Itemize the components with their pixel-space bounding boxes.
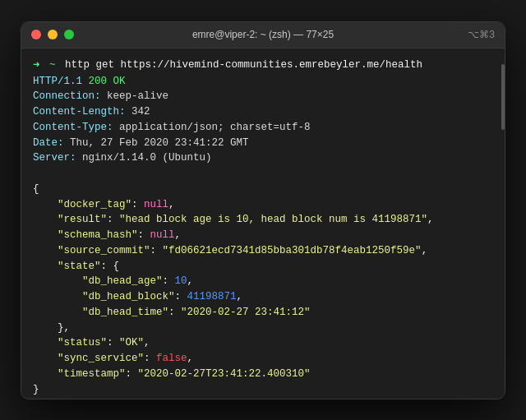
json-db-head-time: "db_head_time": "2020-02-27 23:41:12" [33,305,493,321]
traffic-lights [31,30,74,39]
header-connection: Connection: keep-alive [33,89,493,104]
json-state-close: }, [33,321,493,336]
http-version: HTTP/1.1 [33,74,89,90]
prompt-tilde: ~ [43,58,62,73]
blank-line [33,166,493,182]
json-state-open: "state": { [33,259,493,275]
http-status: 200 OK [89,74,126,90]
json-close-brace: } [33,382,493,398]
terminal-body[interactable]: ➜ ~ http get https://hivemind-communitie… [21,48,505,399]
http-status-line: HTTP/1.1 200 OK [33,74,493,90]
window-title: emre@viper-2: ~ (zsh) — 77×25 [192,29,334,40]
json-db-head-age: "db_head_age": 10, [33,274,493,289]
terminal-window: emre@viper-2: ~ (zsh) — 77×25 ⌥⌘3 ➜ ~ ht… [21,21,505,399]
header-server: Server: nginx/1.14.0 (Ubuntu) [33,150,493,166]
header-date: Date: Thu, 27 Feb 2020 23:41:22 GMT [33,136,493,151]
header-content-type: Content-Type: application/json; charset=… [33,120,493,136]
command-text: http get https://hivemind-communities.em… [65,58,422,73]
maximize-button[interactable] [64,30,74,39]
shortcut-label: ⌥⌘3 [468,29,495,40]
prompt-arrow: ➜ [33,57,39,74]
json-timestamp: "timestamp": "2020-02-27T23:41:22.400310… [33,367,493,382]
scrollbar-track[interactable] [501,48,505,399]
titlebar: emre@viper-2: ~ (zsh) — 77×25 ⌥⌘3 [21,22,505,48]
json-source-commit: "source_commit": "fd06621ecd7341d85bba30… [33,243,493,259]
minimize-button[interactable] [48,30,58,39]
json-sync-service: "sync_service": false, [33,351,493,367]
json-schema-hash: "schema_hash": null, [33,228,493,243]
blank-line-2 [33,397,493,398]
header-content-length: Content-Length: 342 [33,104,493,120]
close-button[interactable] [31,30,41,39]
scrollbar-thumb[interactable] [501,64,505,130]
json-db-head-block: "db_head_block": 41198871, [33,289,493,305]
json-status: "status": "OK", [33,335,493,351]
json-open-brace: { [33,182,493,197]
command-line: ➜ ~ http get https://hivemind-communitie… [33,57,493,74]
json-docker-tag: "docker_tag": null, [33,197,493,213]
json-result: "result": "head block age is 10, head bl… [33,212,493,228]
